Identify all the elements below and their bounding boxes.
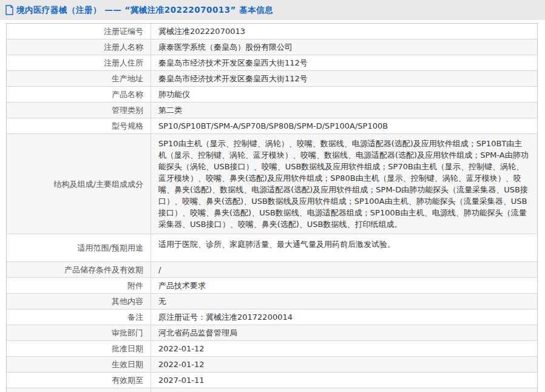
row-label-text: 注册人住所 <box>104 57 143 69</box>
row-value-text: 秦皇岛市经济技术开发区秦皇西大街112号 <box>158 73 308 84</box>
row-value: / <box>151 262 537 277</box>
table-row: 注册人住所秦皇岛市经济技术开发区秦皇西大街112号 <box>7 55 537 71</box>
row-label: 注册证编号 <box>7 24 151 39</box>
row-value-text: 产品技术要求 <box>158 280 206 291</box>
table-row: 管理类别第二类 <box>7 103 537 118</box>
page-title: 境内医疗器械（注册） —— “冀械注准20222070013” 基本信息 <box>16 5 273 16</box>
row-value-text: 适用于医院、诊所、家庭肺活量、最大通气量及用药前后激发试验。 <box>158 238 395 250</box>
row-value-text: / <box>158 264 161 275</box>
table-row: 批准日期2022-01-12 <box>7 341 537 357</box>
page-header-band: 境内医疗器械（注册） —— “冀械注准20222070013” 基本信息 <box>0 0 545 20</box>
table-row: 审批部门河北省药品监督管理局 <box>7 325 537 341</box>
row-value: 秦皇岛市经济技术开发区秦皇西大街112号 <box>151 71 537 86</box>
row-label: 批准日期 <box>7 341 151 356</box>
row-value-text: 康泰医学系统（秦皇岛）股份有限公司 <box>158 41 293 53</box>
row-value: 2022-01-12 <box>151 341 537 356</box>
table-row: 结构及组成/主要组成成分SP10由主机（显示、控制键、涡轮）、咬嘴、数据线、电源… <box>7 134 537 234</box>
table-row: 变更情况: <box>7 388 537 392</box>
row-value-text: 2022-01-12 <box>158 359 205 370</box>
row-label-text: 结构及组成/主要组成成分 <box>54 178 143 190</box>
row-value: 无 <box>151 294 537 309</box>
row-label-text: 审批部门 <box>112 327 143 339</box>
row-value: 康泰医学系统（秦皇岛）股份有限公司 <box>151 39 537 55</box>
table-row: 生效日期2022-01-12 <box>7 357 537 373</box>
row-label-text: 其他内容 <box>112 296 143 307</box>
row-label: 审批部门 <box>7 325 151 340</box>
row-label: 生效日期 <box>7 357 151 372</box>
row-label: 结构及组成/主要组成成分 <box>7 134 151 234</box>
row-value-text: SP10由主机（显示、控制键、涡轮）、咬嘴、数据线、电源适配器(选配)及应用软件… <box>158 138 530 230</box>
row-value-text: 河北省药品监督管理局 <box>158 327 237 339</box>
row-value: : <box>151 388 537 392</box>
row-value-text: 肺功能仪 <box>158 89 190 100</box>
row-label-text: 适用范围/预期用途 <box>78 242 143 254</box>
row-value-text: 第二类 <box>158 104 182 116</box>
row-value: 产品技术要求 <box>151 278 537 293</box>
row-label: 产品名称 <box>7 87 151 102</box>
row-label-text: 型号规格 <box>112 120 143 132</box>
row-label: 生产地址 <box>7 71 151 86</box>
row-label: 适用范围/预期用途 <box>7 234 151 262</box>
row-value: SP10/SP10BT/SPM-A/SP70B/SP80B/SPM-D/SP10… <box>151 118 537 133</box>
table-row: 注册人名称康泰医学系统（秦皇岛）股份有限公司 <box>7 39 537 55</box>
table-row: 其他内容无 <box>7 294 537 309</box>
table-row: 附件产品技术要求 <box>7 278 537 294</box>
registration-info-table: 注册证编号冀械注准20222070013注册人名称康泰医学系统（秦皇岛）股份有限… <box>6 23 538 392</box>
row-value-text: 冀械注准20222070013 <box>158 25 245 37</box>
row-value-text: 原注册证号：冀械注准20172200014 <box>158 311 293 323</box>
row-label: 型号规格 <box>7 118 151 133</box>
row-label-text: 批准日期 <box>112 343 143 354</box>
row-value: 肺功能仪 <box>151 87 537 102</box>
row-value: 冀械注准20222070013 <box>151 24 537 39</box>
row-label-text: 有效期至 <box>112 374 143 386</box>
row-label-text: 备注 <box>127 311 143 323</box>
row-value: 适用于医院、诊所、家庭肺活量、最大通气量及用药前后激发试验。 <box>151 234 537 262</box>
table-row: 产品储存条件及有效期/ <box>7 262 537 278</box>
row-value: 原注册证号：冀械注准20172200014 <box>151 309 537 325</box>
row-label: 有效期至 <box>7 373 151 388</box>
document-icon <box>5 5 14 15</box>
row-label: 附件 <box>7 278 151 293</box>
table-row: 生产地址秦皇岛市经济技术开发区秦皇西大街112号 <box>7 71 537 87</box>
row-label-text: 注册人名称 <box>104 41 143 53</box>
table-row: 注册证编号冀械注准20222070013 <box>7 24 537 39</box>
row-label: 管理类别 <box>7 103 151 118</box>
row-label: 变更情况 <box>7 388 151 392</box>
row-label-text: 附件 <box>127 280 143 291</box>
table-row: 产品名称肺功能仪 <box>7 87 537 103</box>
row-label: 其他内容 <box>7 294 151 309</box>
row-value-text: 2027-01-11 <box>158 374 205 386</box>
row-label-text: 生效日期 <box>112 359 143 370</box>
row-label: 备注 <box>7 309 151 325</box>
row-label: 注册人住所 <box>7 55 151 70</box>
row-label-text: 产品名称 <box>112 89 143 100</box>
row-label: 产品储存条件及有效期 <box>7 262 151 277</box>
table-row: 有效期至2027-01-11 <box>7 373 537 388</box>
row-value-text: 秦皇岛市经济技术开发区秦皇西大街112号 <box>158 57 308 69</box>
row-value-text: 无 <box>158 296 166 307</box>
row-value-text: 2022-01-12 <box>158 343 205 354</box>
table-row: 适用范围/预期用途适用于医院、诊所、家庭肺活量、最大通气量及用药前后激发试验。 <box>7 234 537 262</box>
row-label-text: 产品储存条件及有效期 <box>64 264 143 275</box>
row-label: 注册人名称 <box>7 39 151 55</box>
row-value: 2022-01-12 <box>151 357 537 372</box>
row-value: 第二类 <box>151 103 537 118</box>
row-value-text: SP10/SP10BT/SPM-A/SP70B/SP80B/SPM-D/SP10… <box>158 120 388 132</box>
row-label-text: 生产地址 <box>112 73 143 84</box>
row-value: 河北省药品监督管理局 <box>151 325 537 340</box>
row-label-text: 管理类别 <box>112 104 143 116</box>
table-row: 型号规格SP10/SP10BT/SPM-A/SP70B/SP80B/SPM-D/… <box>7 118 537 134</box>
row-value: 2027-01-11 <box>151 373 537 388</box>
row-label-text: 注册证编号 <box>104 25 143 37</box>
table-row: 备注原注册证号：冀械注准20172200014 <box>7 309 537 325</box>
row-value: 秦皇岛市经济技术开发区秦皇西大街112号 <box>151 55 537 70</box>
row-value: SP10由主机（显示、控制键、涡轮）、咬嘴、数据线、电源适配器(选配)及应用软件… <box>151 134 537 234</box>
